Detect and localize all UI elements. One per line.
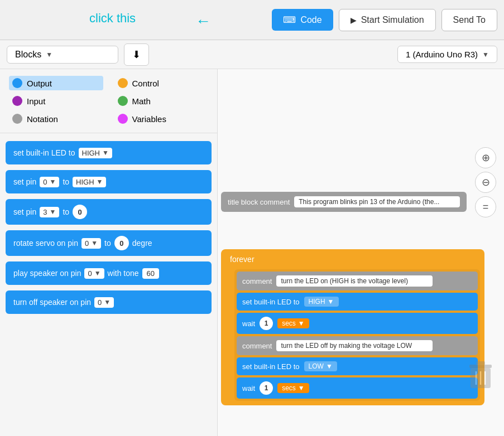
chevron-down-icon: ▼ xyxy=(482,51,489,59)
canvas-set-led-low-label: set built-in LED to xyxy=(242,362,300,371)
output-dot xyxy=(12,78,22,88)
canvas-secs-select-1[interactable]: secs ▼ xyxy=(277,318,309,328)
category-variables-label: Variables xyxy=(132,114,166,124)
canvas-wait-1[interactable]: wait 1 secs ▼ xyxy=(237,313,478,334)
block-to-label3: to xyxy=(104,239,111,248)
category-notation[interactable]: Notation xyxy=(9,112,103,126)
notation-dot xyxy=(12,114,22,124)
control-dot xyxy=(118,78,128,88)
category-input-label: Input xyxy=(27,96,45,106)
title-comment-input[interactable] xyxy=(294,196,460,207)
category-notation-label: Notation xyxy=(27,114,58,124)
category-math[interactable]: Math xyxy=(114,94,209,108)
canvas-wait-2[interactable]: wait 1 secs ▼ xyxy=(237,377,478,399)
arrow-icon: ← xyxy=(195,12,211,30)
svg-rect-2 xyxy=(476,361,485,365)
blocks-palette: set built-in LED to HIGH ▼ set pin 0 ▼ t… xyxy=(0,133,217,322)
sendto-button[interactable]: Send To xyxy=(441,9,497,31)
subtoolbar: Blocks ▼ ⬇ 1 (Arduino Uno R3) ▼ xyxy=(0,40,504,69)
zoom-in-button[interactable]: ⊕ xyxy=(475,147,496,168)
zoom-fit-button[interactable]: = xyxy=(475,196,496,217)
zoom-controls: ⊕ ⊖ = xyxy=(475,147,496,217)
zoom-out-icon: ⊖ xyxy=(482,176,490,188)
block-turn-off-speaker[interactable]: turn off speaker on pin 0 ▼ xyxy=(6,290,212,314)
comment-input-1[interactable] xyxy=(276,275,433,287)
block-label: set built-in LED to xyxy=(13,148,75,157)
input-dot xyxy=(12,96,22,106)
block-value-0[interactable]: 0 xyxy=(73,205,87,219)
comment-label-1: comment xyxy=(242,277,272,285)
block-label: play speaker on pin xyxy=(13,269,81,278)
block-pin-select-0[interactable]: 0 ▼ xyxy=(40,177,59,187)
title-comment-block[interactable]: title block comment xyxy=(221,192,467,212)
comment-block-2[interactable]: comment xyxy=(237,336,478,355)
zoom-out-button[interactable]: ⊖ xyxy=(475,172,496,193)
math-dot xyxy=(118,96,128,106)
category-math-label: Math xyxy=(132,96,151,106)
canvas-wait-value-2[interactable]: 1 xyxy=(260,381,273,395)
category-output-label: Output xyxy=(27,79,52,88)
block-speaker-pin-select[interactable]: 0 ▼ xyxy=(84,268,104,279)
block-servo-pin-select[interactable]: 0 ▼ xyxy=(81,238,101,249)
block-tone-value[interactable]: 60 xyxy=(142,268,159,279)
block-with-tone-label: with tone xyxy=(108,269,139,278)
canvas-set-led-label: set built-in LED to xyxy=(242,298,300,306)
comment-input-2[interactable] xyxy=(276,340,433,351)
canvas-panel: title block comment forever comment set … xyxy=(218,69,504,436)
click-hint-label: click this xyxy=(89,11,136,26)
variables-dot xyxy=(118,114,128,124)
download-button[interactable]: ⬇ xyxy=(124,43,149,66)
categories: Output Control Input Math Notation Varia… xyxy=(0,69,217,133)
canvas-set-led-high[interactable]: set built-in LED to HIGH ▼ xyxy=(237,293,478,311)
canvas-low-select[interactable]: LOW ▼ xyxy=(304,361,337,371)
zoom-fit-icon: = xyxy=(483,201,489,213)
canvas-wait-label-2: wait xyxy=(242,384,255,393)
blocks-dropdown[interactable]: Blocks ▼ xyxy=(7,46,118,64)
category-variables[interactable]: Variables xyxy=(114,112,209,126)
title-comment-label: title block comment xyxy=(228,198,290,206)
category-control-label: Control xyxy=(132,79,159,88)
block-set-pin-value[interactable]: set pin 3 ▼ to 0 xyxy=(6,199,212,225)
block-label: turn off speaker on pin xyxy=(13,298,91,307)
category-input[interactable]: Input xyxy=(9,94,103,108)
zoom-in-icon: ⊕ xyxy=(482,152,490,164)
arduino-selector[interactable]: 1 (Arduino Uno R3) ▼ xyxy=(397,46,497,63)
left-panel: Output Control Input Math Notation Varia… xyxy=(0,69,218,436)
comment-block-1[interactable]: comment xyxy=(237,272,478,290)
block-set-pin-high[interactable]: set pin 0 ▼ to HIGH ▼ xyxy=(6,170,212,193)
block-label: set pin xyxy=(13,207,36,216)
canvas-wait-value-1[interactable]: 1 xyxy=(260,317,273,330)
block-select-high2[interactable]: HIGH ▼ xyxy=(73,177,106,187)
block-rotate-servo[interactable]: rotate servo on pin 0 ▼ to 0 degre xyxy=(6,230,212,256)
block-label: rotate servo on pin xyxy=(13,239,78,248)
code-icon: ⌨ xyxy=(283,14,296,25)
toolbar-actions: ⌨ Code ▶ Start Simulation Send To xyxy=(272,9,497,31)
simulation-button[interactable]: ▶ Start Simulation xyxy=(339,9,436,31)
category-output[interactable]: Output xyxy=(9,76,103,90)
block-to-label: to xyxy=(63,177,69,186)
play-icon: ▶ xyxy=(351,16,357,25)
block-label: set pin xyxy=(13,177,36,186)
forever-body: comment set built-in LED to HIGH ▼ wait … xyxy=(234,269,480,401)
canvas-high-select-1[interactable]: HIGH ▼ xyxy=(304,297,339,307)
comment-label-2: comment xyxy=(242,342,272,350)
main-layout: Output Control Input Math Notation Varia… xyxy=(0,69,504,436)
block-select-high1[interactable]: HIGH ▼ xyxy=(79,148,112,158)
forever-block[interactable]: forever comment set built-in LED to HIGH… xyxy=(221,249,484,405)
chevron-down-icon: ▼ xyxy=(46,51,52,59)
category-control[interactable]: Control xyxy=(114,76,209,90)
block-servo-value[interactable]: 0 xyxy=(114,236,129,250)
block-pin-select-3[interactable]: 3 ▼ xyxy=(40,207,59,217)
block-off-speaker-pin-select[interactable]: 0 ▼ xyxy=(94,297,114,308)
block-play-speaker[interactable]: play speaker on pin 0 ▼ with tone 60 xyxy=(6,261,212,285)
canvas-secs-select-2[interactable]: secs ▼ xyxy=(277,383,309,393)
block-to-label2: to xyxy=(63,207,69,216)
canvas-set-led-low[interactable]: set built-in LED to LOW ▼ xyxy=(237,357,478,375)
forever-label: forever xyxy=(221,249,484,269)
trash-icon xyxy=(467,360,494,391)
download-icon: ⬇ xyxy=(132,49,141,60)
block-set-builtin-led[interactable]: set built-in LED to HIGH ▼ xyxy=(6,141,212,164)
code-button[interactable]: ⌨ Code xyxy=(272,9,333,31)
block-degrees-label: degre xyxy=(132,239,152,248)
toolbar: click this ← ⌨ Code ▶ Start Simulation S… xyxy=(0,0,504,40)
